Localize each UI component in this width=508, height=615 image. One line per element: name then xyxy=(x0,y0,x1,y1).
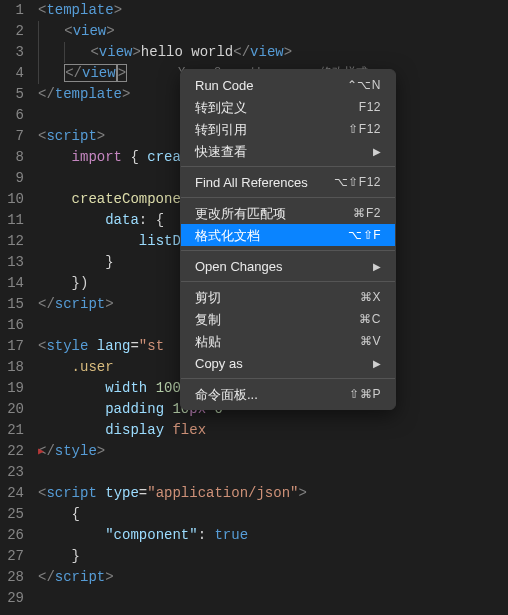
line-number: 25 xyxy=(0,504,24,525)
menu-shortcut: ⇧F12 xyxy=(348,119,381,140)
line-number: 7 xyxy=(0,126,24,147)
line-number: 9 xyxy=(0,168,24,189)
menu-item[interactable]: 复制⌘C xyxy=(181,308,395,330)
code-line[interactable]: <script type="application/json"> xyxy=(38,483,508,504)
code-line[interactable]: "component": true xyxy=(38,525,508,546)
line-number: 18 xyxy=(0,357,24,378)
menu-separator xyxy=(181,281,395,282)
line-number: 15 xyxy=(0,294,24,315)
menu-item-label: Open Changes xyxy=(195,256,282,277)
line-number: 26 xyxy=(0,525,24,546)
menu-item[interactable]: Copy as▶ xyxy=(181,352,395,374)
menu-item-label: 复制 xyxy=(195,309,221,330)
line-number: 27 xyxy=(0,546,24,567)
menu-item[interactable]: 剪切⌘X xyxy=(181,286,395,308)
line-number: 10 xyxy=(0,189,24,210)
menu-item-label: 粘贴 xyxy=(195,331,221,352)
line-number: 16 xyxy=(0,315,24,336)
menu-shortcut: ⌘F2 xyxy=(353,203,381,224)
chevron-right-icon: ▶ xyxy=(373,256,381,277)
context-menu: Run Code⌃⌥N转到定义F12转到引用⇧F12快速查看▶Find All … xyxy=(180,69,396,410)
menu-shortcut: ⌘C xyxy=(359,309,381,330)
code-line[interactable]: </style> xyxy=(38,441,508,462)
code-line[interactable]: } xyxy=(38,546,508,567)
menu-item[interactable]: Open Changes▶ xyxy=(181,255,395,277)
line-number: 24 xyxy=(0,483,24,504)
code-line[interactable]: </script> xyxy=(38,567,508,588)
line-number: 11 xyxy=(0,210,24,231)
menu-item-label: 格式化文档 xyxy=(195,225,260,246)
menu-item-label: 剪切 xyxy=(195,287,221,308)
line-number: 1 xyxy=(0,0,24,21)
code-line[interactable]: <template> xyxy=(38,0,508,21)
menu-item[interactable]: 命令面板...⇧⌘P xyxy=(181,383,395,405)
line-number: 12 xyxy=(0,231,24,252)
line-number: 28 xyxy=(0,567,24,588)
code-line[interactable]: { xyxy=(38,504,508,525)
menu-item-label: 转到定义 xyxy=(195,97,247,118)
line-number: 4 xyxy=(0,63,24,84)
menu-item[interactable]: Run Code⌃⌥N xyxy=(181,74,395,96)
line-number: 21 xyxy=(0,420,24,441)
code-line[interactable]: <view>hello world</view> xyxy=(38,42,508,63)
menu-shortcut: ⌥⇧F12 xyxy=(334,172,381,193)
menu-separator xyxy=(181,166,395,167)
line-number: 19 xyxy=(0,378,24,399)
line-number-gutter: 1234567891011121314151617181920212223242… xyxy=(0,0,38,615)
line-number: 22 xyxy=(0,441,24,462)
chevron-right-icon: ▶ xyxy=(373,353,381,374)
code-line[interactable] xyxy=(38,588,508,609)
error-indicator-icon: ▶ xyxy=(38,441,44,462)
menu-shortcut: ⇧⌘P xyxy=(349,384,381,405)
line-number: 5 xyxy=(0,84,24,105)
chevron-right-icon: ▶ xyxy=(373,141,381,162)
menu-item[interactable]: 粘贴⌘V xyxy=(181,330,395,352)
menu-item[interactable]: 格式化文档⌥⇧F xyxy=(181,224,395,246)
line-number: 17 xyxy=(0,336,24,357)
menu-item[interactable]: Find All References⌥⇧F12 xyxy=(181,171,395,193)
code-line[interactable]: <view> xyxy=(38,21,508,42)
menu-shortcut: ⌘V xyxy=(360,331,381,352)
line-number: 3 xyxy=(0,42,24,63)
menu-item[interactable]: 转到引用⇧F12 xyxy=(181,118,395,140)
menu-item-label: 更改所有匹配项 xyxy=(195,203,286,224)
line-number: 8 xyxy=(0,147,24,168)
menu-item-label: Copy as xyxy=(195,353,243,374)
line-number: 6 xyxy=(0,105,24,126)
menu-item[interactable]: 转到定义F12 xyxy=(181,96,395,118)
menu-separator xyxy=(181,378,395,379)
line-number: 13 xyxy=(0,252,24,273)
line-number: 2 xyxy=(0,21,24,42)
code-line[interactable] xyxy=(38,462,508,483)
menu-item-label: 快速查看 xyxy=(195,141,247,162)
menu-shortcut: ⌥⇧F xyxy=(348,225,381,246)
menu-separator xyxy=(181,197,395,198)
line-number: 29 xyxy=(0,588,24,609)
code-line[interactable]: display flex xyxy=(38,420,508,441)
menu-item[interactable]: 更改所有匹配项⌘F2 xyxy=(181,202,395,224)
menu-item[interactable]: 快速查看▶ xyxy=(181,140,395,162)
menu-shortcut: ⌘X xyxy=(360,287,381,308)
line-number: 23 xyxy=(0,462,24,483)
menu-shortcut: F12 xyxy=(359,97,381,118)
menu-item-label: Run Code xyxy=(195,75,254,96)
menu-item-label: 转到引用 xyxy=(195,119,247,140)
menu-item-label: Find All References xyxy=(195,172,308,193)
menu-item-label: 命令面板... xyxy=(195,384,258,405)
menu-separator xyxy=(181,250,395,251)
menu-shortcut: ⌃⌥N xyxy=(347,75,381,96)
line-number: 20 xyxy=(0,399,24,420)
line-number: 14 xyxy=(0,273,24,294)
